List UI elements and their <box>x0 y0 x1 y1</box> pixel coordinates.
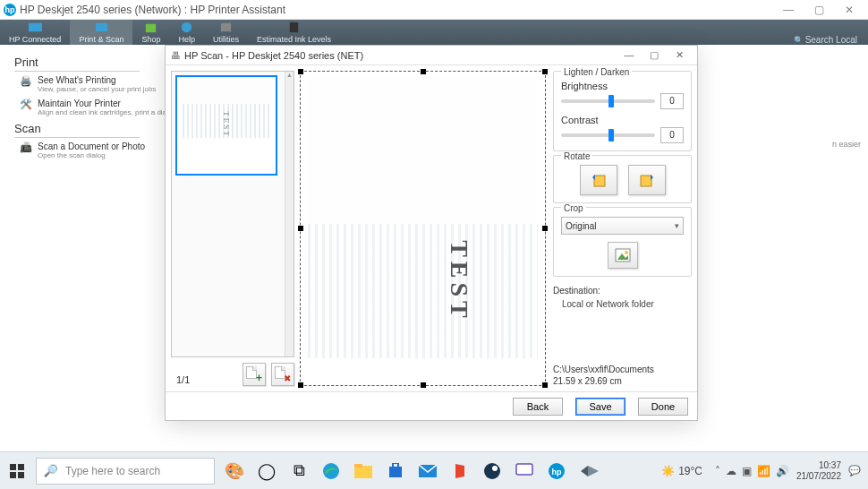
contrast-value[interactable]: 0 <box>660 127 684 143</box>
add-page-button[interactable] <box>243 363 266 386</box>
scan-thumbnail-1[interactable]: TEST <box>175 75 277 176</box>
ribbon-label: Shop <box>141 35 160 44</box>
ribbon-help[interactable]: Help <box>169 20 204 45</box>
meet-now-icon[interactable]: ▣ <box>742 465 752 477</box>
start-button[interactable] <box>0 452 34 489</box>
scroll-up-icon[interactable]: ▲ <box>285 72 294 81</box>
minimize-button[interactable]: — <box>773 4 804 16</box>
scan-maximize-button[interactable]: ▢ <box>642 49 667 61</box>
weather-widget[interactable]: ☀️ 19°C <box>661 465 702 477</box>
help-icon <box>180 21 193 34</box>
preview-test-text: TEST <box>445 240 473 322</box>
explorer-icon[interactable] <box>353 460 374 482</box>
crop-handle[interactable] <box>542 69 548 74</box>
svg-rect-1 <box>96 23 107 31</box>
scan-preview[interactable]: TEST <box>300 71 546 386</box>
hp-app-icon[interactable]: hp <box>546 460 567 482</box>
new-scan-button[interactable] <box>608 242 638 269</box>
crop-handle[interactable] <box>298 382 303 388</box>
steam-icon[interactable] <box>481 460 503 482</box>
rotate-left-button[interactable] <box>580 165 617 195</box>
svg-rect-13 <box>10 472 16 478</box>
svg-marker-28 <box>588 466 599 476</box>
chat-icon[interactable] <box>514 460 535 482</box>
taskbar-search[interactable]: Type here to search <box>36 458 215 485</box>
brightness-value[interactable]: 0 <box>660 93 684 109</box>
crop-handle[interactable] <box>298 69 303 74</box>
crop-handle[interactable] <box>298 226 303 231</box>
group-label: Rotate <box>561 151 592 161</box>
thumbnail-list: TEST ▲ <box>171 71 294 357</box>
crop-handle[interactable] <box>421 69 426 74</box>
ribbon-print-scan[interactable]: Print & Scan <box>70 20 132 45</box>
picture-icon <box>615 248 631 262</box>
svg-rect-0 <box>29 23 42 31</box>
svg-point-15 <box>323 463 339 479</box>
rotate-right-button[interactable] <box>628 165 666 195</box>
ribbon-label: HP Connected <box>9 35 61 44</box>
rotate-group: Rotate <box>553 155 692 203</box>
system-tray[interactable]: ˄ ☁ ▣ 📶 🔊 <box>715 465 789 477</box>
scan-section-header: Scan <box>14 122 140 138</box>
truncated-text: n easier <box>832 140 861 149</box>
volume-icon[interactable]: 🔊 <box>776 465 789 477</box>
ribbon-shop[interactable]: Shop <box>132 20 169 45</box>
edge-icon[interactable] <box>320 460 342 482</box>
wrench-icon: 🛠️ <box>20 99 34 109</box>
back-button[interactable]: Back <box>513 398 563 416</box>
app-icon[interactable] <box>578 460 600 482</box>
onedrive-icon[interactable]: ☁ <box>726 465 736 477</box>
ribbon-ink-levels[interactable]: Estimated Ink Levels <box>248 20 340 45</box>
ribbon-utilities[interactable]: Utilities <box>204 20 248 45</box>
notifications-icon[interactable]: 💬 <box>848 465 861 476</box>
chevron-up-icon[interactable]: ˄ <box>715 465 720 477</box>
brightness-slider[interactable] <box>561 99 655 103</box>
crop-size-dropdown[interactable]: Original <box>561 217 684 235</box>
task-view-icon[interactable]: ⧉ <box>288 460 310 482</box>
mail-icon[interactable] <box>417 460 438 482</box>
svg-rect-4 <box>221 23 231 31</box>
entry-desc: Open the scan dialog <box>38 151 145 159</box>
crop-handle[interactable] <box>542 382 548 388</box>
store-icon[interactable] <box>385 460 406 482</box>
contrast-label: Contrast <box>561 115 684 125</box>
svg-marker-27 <box>581 466 588 476</box>
delete-page-button[interactable] <box>271 363 294 386</box>
ribbon-label: Utilities <box>213 35 239 44</box>
taskbar-clock[interactable]: 10:37 21/07/2022 <box>796 460 841 482</box>
svg-point-23 <box>492 466 498 471</box>
utilities-icon <box>219 21 233 34</box>
page-dimensions: 21.59 x 29.69 cm <box>553 376 692 386</box>
contrast-slider[interactable] <box>561 133 655 137</box>
sun-icon: ☀️ <box>661 465 675 477</box>
office-icon[interactable] <box>449 460 471 482</box>
rotate-right-icon <box>638 172 656 188</box>
wifi-icon[interactable]: 📶 <box>757 465 770 477</box>
svg-rect-11 <box>10 464 16 470</box>
save-button[interactable]: Save <box>575 398 625 416</box>
svg-point-10 <box>625 251 628 254</box>
crop-handle[interactable] <box>542 226 548 231</box>
lighten-darken-group: Lighten / Darken Brightness 0 Contrast 0 <box>553 71 692 151</box>
scan-close-button[interactable]: ✕ <box>667 49 692 61</box>
taskbar-app-colorful[interactable]: 🎨 <box>224 460 245 482</box>
crop-handle[interactable] <box>421 382 426 388</box>
taskbar: Type here to search 🎨 ◯ ⧉ hp ☀️ 19°C ˄ ☁… <box>0 451 868 489</box>
entry-title: Scan a Document or Photo <box>38 142 145 151</box>
thumb-test-text: TEST <box>222 111 231 138</box>
crop-group: Crop Original <box>553 207 692 277</box>
svg-rect-17 <box>354 464 362 468</box>
ribbon-label: Print & Scan <box>79 35 123 44</box>
close-button[interactable]: ✕ <box>834 4 864 16</box>
scan-minimize-button[interactable]: — <box>617 49 642 61</box>
ribbon-hp-connected[interactable]: HP Connected <box>0 20 70 45</box>
group-label: Lighten / Darken <box>561 67 632 77</box>
thumb-scrollbar[interactable]: ▲ <box>285 72 294 356</box>
cortana-icon[interactable]: ◯ <box>256 460 277 482</box>
maximize-button[interactable]: ▢ <box>804 4 834 16</box>
adjustments-panel: Lighten / Darken Brightness 0 Contrast 0… <box>553 71 692 386</box>
search-local-link[interactable]: Search Local <box>794 35 857 45</box>
done-button[interactable]: Done <box>638 398 688 416</box>
app-title: HP Deskjet 2540 series (Network) : HP Pr… <box>20 4 285 16</box>
rotate-left-icon <box>590 172 608 188</box>
